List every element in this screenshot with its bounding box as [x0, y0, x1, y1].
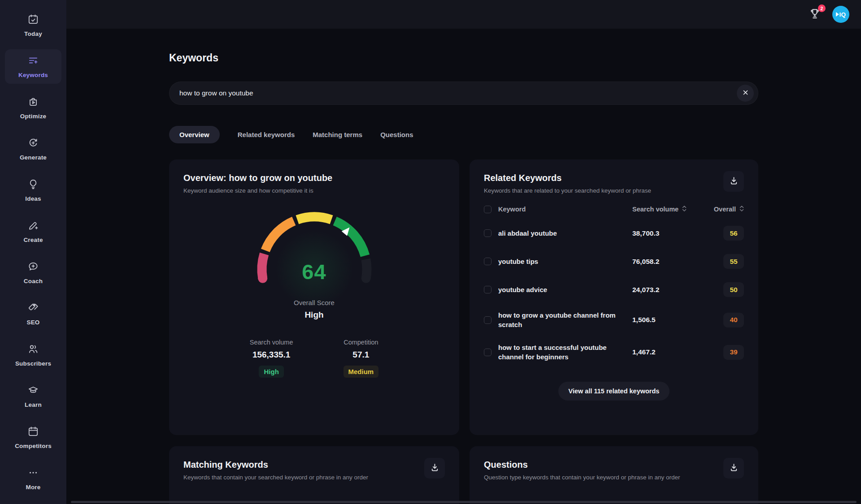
search-input[interactable] — [179, 89, 737, 97]
sidebar-item-ideas[interactable]: Ideas — [5, 173, 61, 207]
download-button[interactable] — [424, 458, 445, 478]
overall-score-badge: 55 — [723, 254, 744, 269]
people-icon — [27, 343, 39, 357]
keyword-cell: youtube tips — [498, 257, 619, 266]
sort-icon — [682, 205, 687, 213]
sidebar-item-generate[interactable]: Generate — [5, 132, 61, 166]
graduation-cap-icon — [27, 384, 39, 398]
sidebar-item-seo[interactable]: SEO — [5, 297, 61, 331]
column-header-keyword[interactable]: Keyword — [498, 206, 626, 213]
keyword-cell: ali abdaal youtube — [498, 228, 619, 238]
related-card-title: Related Keywords — [484, 173, 651, 183]
page-title: Keywords — [169, 52, 758, 64]
matching-card-subtitle: Keywords that contain your searched keyw… — [183, 474, 368, 481]
search-volume-cell: 38,700.3 — [632, 229, 711, 237]
view-all-related-keywords-button[interactable]: View all 115 related keywords — [558, 382, 670, 401]
table-row[interactable]: youtube tips 76,058.2 55 — [484, 247, 744, 276]
related-keywords-table: Keyword Search volume Overall ali abdaal… — [484, 199, 744, 368]
sidebar-item-label: More — [26, 484, 40, 491]
sidebar-item-subscribers[interactable]: Subscribers — [5, 338, 61, 372]
related-card-subtitle: Keywords that are related to your search… — [484, 187, 651, 194]
sidebar-item-label: Competitors — [15, 443, 52, 449]
tab-overview[interactable]: Overview — [169, 126, 220, 143]
matching-card-title: Matching Keywords — [183, 460, 368, 470]
overview-card-subtitle: Keyword audience size and how competitiv… — [183, 187, 332, 194]
pen-sparkle-icon — [27, 220, 39, 233]
questions-card-title: Questions — [484, 460, 680, 470]
competition-stat: Competition 57.1 Medium — [344, 339, 379, 378]
search-volume-cell: 1,467.2 — [632, 348, 711, 356]
overall-score-badge: 39 — [723, 345, 744, 360]
column-header-search-volume[interactable]: Search volume — [632, 205, 711, 213]
tab-questions[interactable]: Questions — [380, 126, 413, 143]
sidebar-item-label: Create — [23, 237, 43, 243]
sidebar-item-optimize[interactable]: Optimize — [5, 90, 61, 125]
overview-card-title: Overview: how to grow on youtube — [183, 173, 332, 183]
overall-score-gauge: 64 — [183, 210, 445, 292]
vidiq-logo[interactable]: IQ — [832, 6, 849, 23]
search-volume-cell: 1,506.5 — [632, 316, 711, 324]
download-button[interactable] — [723, 458, 744, 478]
sidebar-item-keywords[interactable]: Keywords — [5, 49, 61, 84]
keyword-list-icon — [27, 55, 39, 68]
column-header-overall[interactable]: Overall — [714, 205, 744, 213]
sidebar-item-label: SEO — [26, 319, 39, 326]
sidebar-item-label: Subscribers — [15, 360, 51, 367]
keyword-cell: youtube advice — [498, 285, 619, 294]
video-box-play-icon — [27, 96, 39, 109]
row-checkbox[interactable] — [484, 349, 491, 356]
close-icon — [742, 89, 749, 97]
overall-score-badge: 50 — [723, 282, 744, 297]
sidebar-item-learn[interactable]: Learn — [5, 379, 61, 414]
questions-card: Questions Question type keywords that co… — [470, 446, 758, 504]
row-checkbox[interactable] — [484, 316, 491, 324]
download-icon — [430, 463, 439, 474]
stat-value: 57.1 — [352, 350, 369, 360]
sidebar-item-label: Today — [24, 30, 42, 37]
logo-text: IQ — [839, 11, 846, 18]
lightbulb-icon — [27, 178, 39, 192]
related-keywords-card: Related Keywords Keywords that are relat… — [470, 159, 758, 435]
row-checkbox[interactable] — [484, 286, 491, 293]
row-checkbox[interactable] — [484, 229, 491, 237]
sidebar-item-label: Coach — [24, 278, 43, 284]
clear-search-button[interactable] — [737, 85, 754, 102]
tab-matching-terms[interactable]: Matching terms — [313, 126, 362, 143]
tags-icon — [27, 302, 39, 315]
keyword-search-bar — [169, 82, 758, 105]
row-checkbox[interactable] — [484, 258, 491, 265]
overall-score-badge: 56 — [723, 226, 744, 241]
sort-icon — [739, 205, 744, 213]
download-icon — [729, 176, 739, 187]
status-badge: High — [259, 366, 283, 378]
topbar: 2 IQ — [66, 0, 861, 29]
table-row[interactable]: how to grow a youtube channel from scrat… — [484, 304, 744, 336]
overview-card: Overview: how to grow on youtube Keyword… — [169, 159, 459, 435]
select-all-checkbox[interactable] — [484, 206, 491, 213]
sidebar-item-label: Optimize — [20, 113, 47, 120]
more-dots-icon — [27, 467, 39, 480]
sidebar-item-label: Keywords — [18, 72, 48, 78]
keyword-cell: how to start a successful youtube channe… — [498, 343, 619, 362]
table-row[interactable]: youtube advice 24,073.2 50 — [484, 276, 744, 304]
sidebar-item-create[interactable]: Create — [5, 214, 61, 249]
refresh-plus-icon — [27, 137, 39, 151]
table-row[interactable]: ali abdaal youtube 38,700.3 56 — [484, 219, 744, 247]
download-icon — [729, 463, 739, 474]
achievements-button[interactable]: 2 — [807, 7, 822, 22]
tab-related-keywords[interactable]: Related keywords — [238, 126, 295, 143]
sidebar-item-more[interactable]: More — [5, 461, 61, 496]
sidebar-item-competitors[interactable]: Competitors — [5, 420, 61, 455]
gauge-score-value: 64 — [302, 259, 326, 284]
play-triangle-icon — [836, 12, 839, 17]
calendar-icon — [27, 426, 39, 439]
sidebar-item-today[interactable]: Today — [5, 8, 61, 43]
download-button[interactable] — [723, 171, 744, 192]
calendar-check-icon — [27, 13, 39, 27]
table-row[interactable]: how to start a successful youtube channe… — [484, 336, 744, 368]
sidebar-item-coach[interactable]: Coach — [5, 255, 61, 290]
keyword-tabs: Overview Related keywords Matching terms… — [169, 126, 758, 143]
table-header-row: Keyword Search volume Overall — [484, 199, 744, 219]
horizontal-scrollbar[interactable] — [71, 501, 857, 503]
gauge-score-level: High — [183, 310, 445, 320]
